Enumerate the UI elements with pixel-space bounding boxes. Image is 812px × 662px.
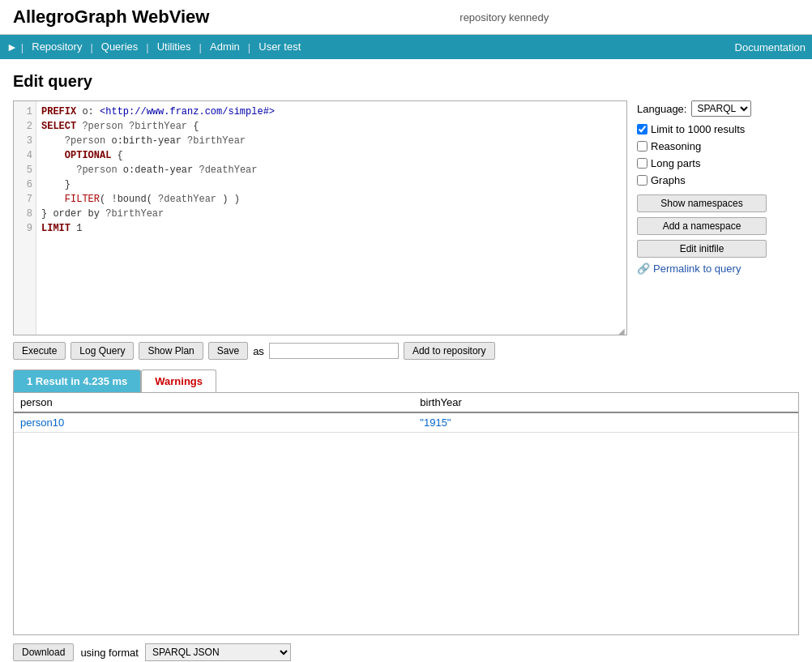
app-header: AllegroGraph WebView repository kennedy	[0, 0, 812, 35]
reasoning-checkbox[interactable]	[637, 141, 647, 152]
results-area: person birthYear person10 "1915"	[13, 392, 799, 635]
graphs-label: Graphs	[637, 174, 686, 186]
reasoning-label: Reasoning	[637, 140, 701, 152]
col-person: person	[14, 393, 413, 412]
results-table: person birthYear person10 "1915"	[14, 393, 798, 433]
line-numbers: 123456789	[14, 101, 36, 335]
repo-info: repository kennedy	[209, 11, 799, 23]
limit-label: Limit to 1000 results	[637, 123, 745, 135]
nav-admin[interactable]: Admin	[202, 35, 248, 59]
app-title: AllegroGraph WebView	[13, 6, 209, 28]
nav-utilities[interactable]: Utilities	[149, 35, 199, 59]
query-editor-container: 123456789 PREFIX o: <http://www.franz.co…	[13, 100, 627, 335]
save-button[interactable]: Save	[208, 342, 248, 360]
table-row: person10 "1915"	[14, 412, 798, 433]
show-namespaces-button[interactable]: Show namespaces	[637, 194, 767, 212]
graphs-row: Graphs	[637, 174, 799, 186]
long-parts-row: Long parts	[637, 157, 799, 169]
results-tabs: 1 Result in 4.235 ms Warnings	[13, 369, 799, 392]
page-title: Edit query	[13, 72, 799, 91]
nav-arrow: ►	[6, 41, 21, 53]
right-panel: Language: SPARQL Limit to 1000 results R…	[637, 100, 799, 335]
permalink-label: Permalink to query	[653, 263, 741, 275]
add-to-repository-button[interactable]: Add to repository	[404, 342, 495, 360]
save-as-label: as	[253, 345, 264, 357]
nav-documentation[interactable]: Documentation	[735, 41, 806, 53]
cell-person[interactable]: person10	[14, 412, 413, 433]
language-select[interactable]: SPARQL	[691, 100, 751, 117]
nav-bar: ► | Repository | Queries | Utilities | A…	[0, 35, 812, 59]
col-birthyear: birthYear	[413, 393, 798, 412]
permalink-icon: 🔗	[637, 263, 650, 275]
tab-warnings[interactable]: Warnings	[141, 369, 216, 392]
main-content: Edit query 123456789 PREFIX o: <http://w…	[0, 59, 812, 662]
reasoning-row: Reasoning	[637, 140, 799, 152]
language-label: Language:	[637, 103, 686, 115]
limit-row: Limit to 1000 results	[637, 123, 799, 135]
long-parts-label: Long parts	[637, 157, 700, 169]
download-bar: Download using format SPARQL JSON SPARQL…	[13, 635, 799, 662]
long-parts-checkbox[interactable]	[637, 158, 647, 169]
download-button[interactable]: Download	[13, 643, 74, 661]
nav-queries[interactable]: Queries	[93, 35, 147, 59]
tab-results[interactable]: 1 Result in 4.235 ms	[13, 369, 141, 392]
limit-checkbox[interactable]	[637, 124, 647, 135]
cell-birthyear: "1915"	[413, 412, 798, 433]
format-select[interactable]: SPARQL JSON SPARQL XML TSV CSV JSON-LD	[145, 643, 291, 661]
resize-handle[interactable]: ◢	[618, 327, 626, 335]
nav-user-test[interactable]: User test	[250, 35, 309, 59]
execute-button[interactable]: Execute	[13, 342, 66, 360]
edit-initfile-button[interactable]: Edit initfile	[637, 240, 767, 258]
show-plan-button[interactable]: Show Plan	[139, 342, 203, 360]
graphs-checkbox[interactable]	[637, 175, 647, 186]
editor-area: 123456789 PREFIX o: <http://www.franz.co…	[13, 100, 799, 335]
format-label: using format	[80, 647, 139, 659]
query-toolbar: Execute Log Query Show Plan Save as Add …	[13, 342, 799, 360]
add-namespace-button[interactable]: Add a namespace	[637, 217, 767, 235]
nav-repository[interactable]: Repository	[24, 35, 90, 59]
language-row: Language: SPARQL	[637, 100, 799, 117]
code-display[interactable]: PREFIX o: <http://www.franz.com/simple#>…	[36, 101, 626, 335]
log-query-button[interactable]: Log Query	[71, 342, 134, 360]
save-as-input[interactable]	[269, 343, 399, 359]
permalink-row[interactable]: 🔗 Permalink to query	[637, 263, 799, 275]
